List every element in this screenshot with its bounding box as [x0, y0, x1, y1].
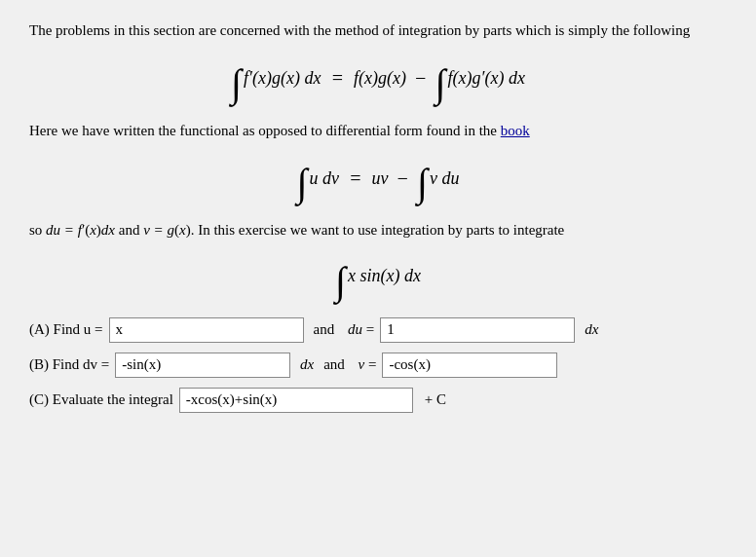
integral-sign-5: ∫: [335, 262, 346, 301]
integral-sign-4: ∫: [417, 164, 428, 203]
part-b-and: and: [323, 356, 345, 373]
formula2-rhs-2: v du: [430, 168, 460, 189]
formula3-block: ∫ x sin(x) dx: [29, 257, 727, 296]
part-a-and: and: [314, 321, 335, 338]
setup-text: so du = f′(x)dx and v = g(x). In this ex…: [29, 219, 727, 241]
integral-sign-3: ∫: [297, 164, 308, 203]
part-a-u-input[interactable]: [109, 317, 304, 343]
part-b-v-label: v =: [355, 356, 377, 373]
formula1-rhs-1: f(x)g(x): [354, 68, 406, 89]
part-c-plus-c: + C: [425, 391, 446, 408]
integral-sign-1: ∫: [231, 64, 242, 103]
intro-text: The problems in this section are concern…: [29, 19, 727, 42]
formula2-rhs-1: uv: [372, 168, 389, 189]
part-a-du-label: du =: [344, 321, 374, 338]
part-b-label: (B) Find dv =: [29, 356, 109, 373]
part-a-label: (A) Find u =: [29, 321, 103, 338]
part-b-v-input[interactable]: [382, 353, 557, 378]
formula1-rhs-2: f(x)g′(x) dx: [447, 68, 524, 89]
book-link: book: [501, 123, 530, 138]
part-a-row: (A) Find u = and du = dx: [29, 317, 727, 343]
part-b-dv-input[interactable]: [115, 353, 290, 378]
integral-sign-2: ∫: [435, 64, 446, 103]
formula2-block: ∫ u dv = uv − ∫ v du: [29, 159, 727, 198]
functional-note: Here we have written the functional as o…: [29, 120, 727, 142]
formula1-block: ∫ f′(x)g(x) dx = f(x)g(x) − ∫ f(x)g′(x) …: [29, 59, 727, 98]
part-c-answer-input[interactable]: [179, 388, 413, 413]
part-b-row: (B) Find dv = dx and v =: [29, 353, 727, 378]
formula3-expr: x sin(x) dx: [348, 266, 421, 286]
part-c-label: (C) Evaluate the integral: [29, 391, 173, 408]
part-a-du-input[interactable]: [380, 317, 575, 343]
formula2-lhs: u dv: [310, 168, 340, 189]
part-a-dx: dx: [585, 321, 598, 338]
formula1-lhs: f′(x)g(x) dx: [244, 68, 321, 89]
part-b-dx: dx: [296, 356, 314, 373]
part-c-row: (C) Evaluate the integral + C: [29, 388, 727, 413]
